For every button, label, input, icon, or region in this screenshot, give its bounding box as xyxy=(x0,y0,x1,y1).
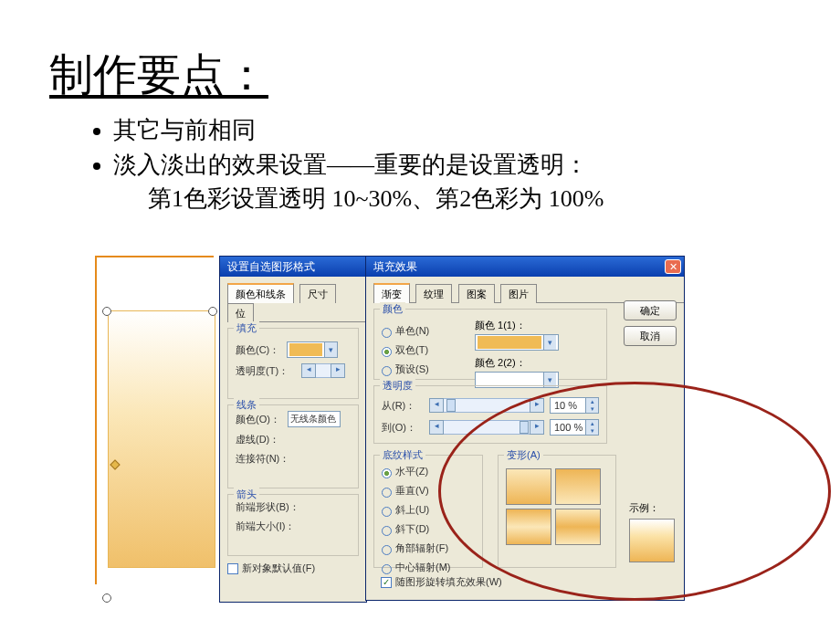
checkbox-default[interactable] xyxy=(227,563,238,574)
close-icon[interactable]: ✕ xyxy=(665,259,681,274)
label-to: 到(O)： xyxy=(382,421,416,435)
slide-title: 制作要点： xyxy=(49,46,840,104)
tab-texture[interactable]: 纹理 xyxy=(415,284,452,303)
line-color-value: 无线条颜色 xyxy=(289,413,338,425)
label-dash: 虚线(D)： xyxy=(236,433,279,446)
label-line-color: 颜色(O)： xyxy=(236,413,280,426)
bullet-1: 其它与前相同 xyxy=(113,113,840,148)
dialog-title: 填充效果 xyxy=(373,260,417,273)
fill-effects-dialog: 填充效果 ✕ 渐变 纹理 图案 图片 确定 取消 颜色 单色(N) 双色(T) … xyxy=(365,256,685,601)
label-rotate: 随图形旋转填充效果(W) xyxy=(395,575,502,589)
variant-2[interactable] xyxy=(555,468,601,505)
slider-to[interactable]: ◂ ▸ xyxy=(429,420,544,435)
cancel-button[interactable]: 取消 xyxy=(624,326,677,346)
tab-pattern[interactable]: 图案 xyxy=(458,284,495,303)
slider-thumb[interactable] xyxy=(520,421,529,434)
group-legend: 箭头 xyxy=(234,488,259,501)
radio-horizontal[interactable] xyxy=(382,468,392,478)
radio-diag-up[interactable] xyxy=(382,507,392,517)
format-autoshape-dialog: 设置自选图形格式 颜色和线条 尺寸 位 填充 颜色(C)： ▾ 透明度(T)： … xyxy=(219,256,367,603)
opt-vertical: 垂直(V) xyxy=(395,484,429,498)
ruler-horizontal xyxy=(95,256,214,257)
shape-handle xyxy=(102,307,111,316)
radio-center[interactable] xyxy=(382,564,392,574)
group-transparency: 透明度 从(R)： ◂ ▸ 10 % ▴▾ 到(O)： ◂ ▸ xyxy=(373,385,607,444)
label-two-color: 双色(T) xyxy=(395,343,428,357)
radio-one-color[interactable] xyxy=(382,328,392,338)
label-default-new: 新对象默认值(F) xyxy=(242,562,315,575)
group-legend: 变形(A) xyxy=(504,448,543,462)
opt-horizontal: 水平(Z) xyxy=(395,465,428,478)
opt-corner: 角部辐射(F) xyxy=(395,541,448,555)
tab-position[interactable]: 位 xyxy=(227,303,254,322)
transparency-slider[interactable]: ◂ ▸ xyxy=(301,363,345,378)
label-one-color: 单色(N) xyxy=(395,324,429,338)
variant-4[interactable] xyxy=(555,509,601,545)
label-sample: 示例： xyxy=(629,501,675,515)
tab-picture[interactable]: 图片 xyxy=(500,284,537,303)
radio-corner[interactable] xyxy=(382,545,392,555)
label-connector: 连接符(N)： xyxy=(236,452,289,466)
radio-preset[interactable] xyxy=(382,366,392,376)
group-colors: 颜色 单色(N) 双色(T) 预设(S) 颜色 1(1)： ▾ 颜色 2(2)： xyxy=(373,309,607,380)
spin-buttons[interactable]: ▴▾ xyxy=(585,420,598,435)
tab-color-lines[interactable]: 颜色和线条 xyxy=(227,283,294,303)
slider-from[interactable]: ◂ ▸ xyxy=(429,398,544,413)
radio-vertical[interactable] xyxy=(382,488,392,498)
ok-button[interactable]: 确定 xyxy=(624,300,677,320)
dialog-titlebar[interactable]: 设置自选图形格式 xyxy=(220,257,366,277)
group-arrow: 箭头 前端形状(B)： 前端大小(I)： xyxy=(227,494,359,556)
group-legend: 线条 xyxy=(234,398,259,412)
label-begin-size: 前端大小(I)： xyxy=(236,520,295,533)
chevron-down-icon: ▾ xyxy=(324,342,337,357)
slider-left-icon[interactable]: ◂ xyxy=(429,398,444,413)
ruler-vertical xyxy=(95,256,97,584)
dialog-buttons: 确定 取消 xyxy=(624,300,677,346)
group-legend: 透明度 xyxy=(380,379,415,393)
slider-thumb[interactable] xyxy=(446,399,456,412)
spin-to-value: 100 % xyxy=(554,422,583,433)
embedded-screenshot: 设置自选图形格式 颜色和线条 尺寸 位 填充 颜色(C)： ▾ 透明度(T)： … xyxy=(95,256,679,603)
tab-size[interactable]: 尺寸 xyxy=(299,284,336,303)
dialog-title: 设置自选图形格式 xyxy=(227,260,315,273)
slider-left-icon[interactable]: ◂ xyxy=(429,420,444,435)
shape-handle xyxy=(102,593,111,603)
bullet-list: 其它与前相同 淡入淡出的效果设置——重要的是设置透明： 第1色彩设置透明 10~… xyxy=(55,113,840,216)
spin-to[interactable]: 100 % ▴▾ xyxy=(550,419,599,436)
label-from: 从(R)： xyxy=(382,399,416,413)
tab-gradient[interactable]: 渐变 xyxy=(373,283,410,303)
label-color: 颜色(C)： xyxy=(236,343,279,357)
bullet-2-text: 淡入淡出的效果设置——重要的是设置透明： xyxy=(113,152,588,178)
dialog-titlebar[interactable]: 填充效果 ✕ xyxy=(366,257,684,277)
group-legend: 填充 xyxy=(234,321,259,335)
color1-combo[interactable]: ▾ xyxy=(475,334,559,351)
checkbox-rotate[interactable]: ✓ xyxy=(381,577,392,588)
group-shading: 底纹样式 水平(Z) 垂直(V) 斜上(U) 斜下(D) 角部辐射(F) 中心辐… xyxy=(373,455,483,568)
sample-preview xyxy=(629,519,675,562)
spin-from[interactable]: 10 % ▴▾ xyxy=(550,397,599,414)
slider-left-icon[interactable]: ◂ xyxy=(301,363,316,378)
color-swatch xyxy=(289,343,322,356)
group-legend: 颜色 xyxy=(380,302,405,316)
variant-1[interactable] xyxy=(506,468,551,505)
opt-diag-down: 斜下(D) xyxy=(395,522,429,536)
line-color-combo[interactable]: 无线条颜色 xyxy=(288,411,341,427)
radio-two-color[interactable] xyxy=(382,347,392,357)
variant-3[interactable] xyxy=(506,509,551,545)
label-color2: 颜色 2(2)： xyxy=(475,356,606,370)
slider-right-icon[interactable]: ▸ xyxy=(331,363,345,378)
slider-right-icon[interactable]: ▸ xyxy=(530,420,544,435)
spin-from-value: 10 % xyxy=(554,400,577,411)
label-preset: 预设(S) xyxy=(395,362,429,376)
spin-buttons[interactable]: ▴▾ xyxy=(585,398,598,413)
color-swatch xyxy=(478,373,541,386)
group-fill: 填充 颜色(C)： ▾ 透明度(T)： ◂ ▸ xyxy=(227,328,359,399)
opt-center: 中心辐射(M) xyxy=(395,561,451,574)
slider-right-icon[interactable]: ▸ xyxy=(530,398,544,413)
group-line: 线条 颜色(O)： 无线条颜色 虚线(D)： 连接符(N)： xyxy=(227,404,359,488)
tabs-row: 颜色和线条 尺寸 位 xyxy=(227,282,366,322)
group-legend: 底纹样式 xyxy=(380,448,425,462)
fill-color-combo[interactable]: ▾ xyxy=(287,341,338,358)
bullet-2: 淡入淡出的效果设置——重要的是设置透明： 第1色彩设置透明 10~30%、第2色… xyxy=(113,148,840,216)
radio-diag-down[interactable] xyxy=(382,526,392,536)
